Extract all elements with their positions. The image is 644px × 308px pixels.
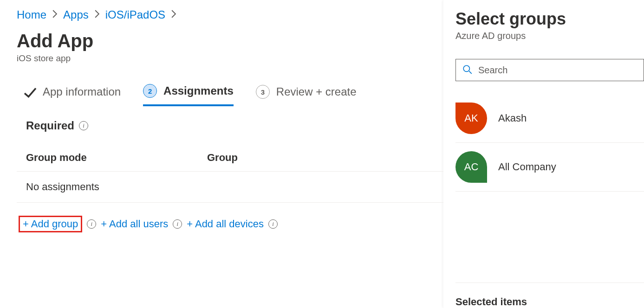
tab-label: Assignments	[163, 84, 234, 97]
col-group: Group	[207, 152, 443, 164]
chevron-right-icon	[52, 10, 58, 20]
breadcrumb-home[interactable]: Home	[17, 8, 46, 21]
tab-label: Review + create	[276, 85, 357, 98]
info-icon[interactable]: i	[79, 121, 88, 130]
tab-assignments[interactable]: 2 Assignments	[143, 84, 234, 106]
main-content: Home Apps iOS/iPadOS Add App iOS store a…	[0, 0, 443, 308]
list-spacer	[455, 192, 644, 283]
search-input-wrapper[interactable]	[455, 59, 644, 81]
section-required: Required i	[17, 119, 443, 132]
chevron-right-icon	[171, 10, 176, 20]
chevron-right-icon	[94, 10, 100, 20]
breadcrumb-apps[interactable]: Apps	[63, 8, 89, 21]
wizard-tabs: App information 2 Assignments 3 Review +…	[17, 84, 443, 106]
select-groups-panel: Select groups Azure AD groups AK Akash A…	[443, 0, 644, 308]
step-number: 2	[143, 84, 157, 98]
group-name: All Company	[498, 161, 556, 173]
assignments-table: Group mode Group No assignments	[17, 152, 443, 203]
add-group-button[interactable]: + Add group	[23, 218, 78, 230]
group-name: Akash	[498, 112, 527, 124]
breadcrumb-platform[interactable]: iOS/iPadOS	[105, 8, 165, 21]
svg-line-1	[469, 71, 472, 74]
info-icon[interactable]: i	[87, 219, 96, 229]
search-icon	[462, 64, 473, 76]
check-icon	[23, 87, 36, 96]
assignment-actions: + Add group i + Add all users i + Add al…	[17, 203, 443, 232]
breadcrumb: Home Apps iOS/iPadOS	[17, 8, 443, 21]
add-all-devices-button[interactable]: + Add all devices	[187, 218, 264, 230]
add-all-users-button[interactable]: + Add all users	[101, 218, 168, 230]
page-subtitle: iOS store app	[17, 53, 443, 64]
panel-title: Select groups	[455, 9, 644, 29]
step-number: 3	[256, 85, 270, 99]
panel-subtitle: Azure AD groups	[455, 31, 644, 41]
search-input[interactable]	[478, 65, 637, 76]
section-required-label: Required	[26, 119, 74, 132]
info-icon[interactable]: i	[173, 219, 182, 229]
col-group-mode: Group mode	[26, 152, 207, 164]
avatar: AK	[455, 103, 487, 134]
page-title: Add App	[17, 31, 443, 51]
table-header: Group mode Group	[17, 152, 443, 172]
table-empty-row: No assignments	[17, 172, 443, 203]
avatar: AC	[455, 151, 487, 183]
group-item[interactable]: AC All Company	[455, 143, 644, 192]
tab-app-information[interactable]: App information	[23, 85, 121, 105]
group-item[interactable]: AK Akash	[455, 94, 644, 143]
selected-items-label: Selected items	[455, 283, 644, 308]
svg-point-0	[463, 65, 469, 71]
info-icon[interactable]: i	[268, 219, 278, 229]
tab-review-create[interactable]: 3 Review + create	[256, 85, 357, 105]
tab-label: App information	[43, 85, 121, 98]
highlight-add-group: + Add group	[19, 216, 82, 232]
